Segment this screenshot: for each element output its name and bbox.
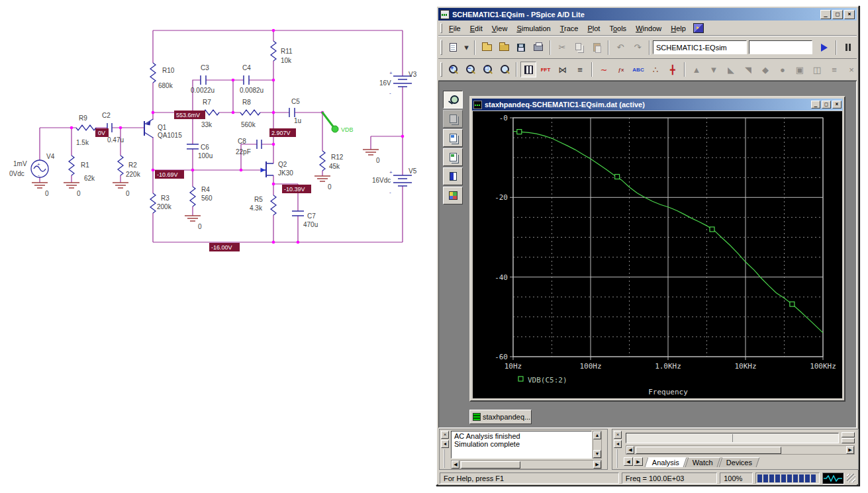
view-copy-pages-button[interactable] bbox=[443, 110, 463, 128]
view-circuit-file-button[interactable] bbox=[443, 167, 463, 185]
svg-text:V3: V3 bbox=[409, 71, 417, 78]
svg-text:R5: R5 bbox=[254, 196, 263, 203]
output-pane-collapse-icon[interactable]: ◂ bbox=[441, 440, 449, 448]
component-symbols[interactable] bbox=[31, 41, 412, 216]
schematic-canvas[interactable]: VDB R91.5k C20.47u R162k R2220k V4 1mV0V… bbox=[0, 0, 436, 493]
pspice-menu-icon[interactable] bbox=[693, 23, 704, 33]
simulation-profile-combo[interactable]: SCHEMATIC1-EQsim bbox=[653, 40, 747, 54]
svg-text:Q2: Q2 bbox=[278, 161, 287, 168]
resistor-R9 bbox=[76, 125, 96, 130]
plot-maximize-button[interactable]: □ bbox=[822, 101, 831, 109]
svg-text:560: 560 bbox=[201, 195, 213, 202]
pane-grip[interactable] bbox=[444, 449, 450, 468]
svg-text:100Hz: 100Hz bbox=[579, 362, 601, 371]
plot-close-button[interactable]: × bbox=[832, 101, 842, 109]
print-button[interactable] bbox=[530, 40, 546, 56]
svg-text:4.3k: 4.3k bbox=[250, 204, 263, 212]
analysis-pane-close-icon[interactable]: × bbox=[614, 431, 622, 439]
pane-split-icon[interactable] bbox=[842, 432, 855, 443]
menu-tools[interactable]: Tools bbox=[604, 23, 631, 34]
scroll-up-icon[interactable]: ▲ bbox=[593, 431, 601, 439]
svg-text:R4: R4 bbox=[201, 186, 210, 193]
paste-button bbox=[589, 40, 604, 56]
add-trace-button[interactable]: ∼ bbox=[596, 62, 612, 77]
view-simulation-queue-button[interactable] bbox=[443, 187, 463, 204]
save-file-icon bbox=[517, 44, 525, 52]
scroll-left-icon[interactable]: ◀ bbox=[452, 461, 459, 469]
zoom-fit-button[interactable] bbox=[497, 62, 512, 77]
close-button[interactable]: × bbox=[844, 10, 855, 19]
svg-text:-20: -20 bbox=[495, 193, 508, 202]
toggle-cursor-button[interactable]: ╋ bbox=[665, 62, 681, 77]
new-dropdown-button[interactable]: ▾ bbox=[462, 40, 471, 56]
pause-simulation-button[interactable] bbox=[840, 40, 856, 56]
menu-view[interactable]: View bbox=[487, 23, 512, 34]
file-toolbar: ▾✂↶↷ SCHEMATIC1-EQsim bbox=[438, 36, 857, 59]
view-simulation-queue-icon bbox=[449, 191, 458, 200]
scroll-right-icon[interactable]: ▶ bbox=[846, 446, 854, 454]
view-simulation-output-button[interactable] bbox=[443, 148, 463, 166]
output-vscrollbar[interactable]: ▲ ▼ bbox=[593, 431, 602, 459]
performance-analysis-button[interactable]: ⋈ bbox=[555, 62, 571, 77]
analysis-pane-collapse-icon[interactable]: ◂ bbox=[614, 440, 622, 448]
open-file-button[interactable] bbox=[479, 40, 495, 56]
view-copy-pages-icon bbox=[450, 114, 457, 123]
mark-data-points-button[interactable]: ∴ bbox=[648, 62, 663, 77]
tab-analysis[interactable]: Analysis bbox=[645, 457, 687, 467]
menu-help[interactable]: Help bbox=[666, 23, 691, 34]
scroll-left-icon[interactable]: ◀ bbox=[626, 446, 634, 454]
tab-scroll-left-icon[interactable]: ◀ bbox=[624, 457, 633, 466]
menu-trace[interactable]: Trace bbox=[555, 23, 583, 34]
analysis-hscrollbar[interactable]: ◀ ▶ bbox=[626, 445, 855, 455]
maximize-button[interactable]: □ bbox=[832, 10, 843, 19]
svg-text:-: - bbox=[38, 172, 40, 178]
scroll-thumb[interactable] bbox=[636, 447, 781, 454]
output-hscrollbar[interactable]: ◀ ▶ bbox=[451, 460, 602, 469]
scroll-down-icon[interactable]: ▼ bbox=[593, 450, 601, 458]
view-simulation-results-button[interactable] bbox=[443, 91, 463, 109]
tab-scroll-right-icon[interactable]: ▶ bbox=[634, 457, 643, 466]
zoom-area-button[interactable]: □ bbox=[479, 62, 495, 77]
menu-plot[interactable]: Plot bbox=[583, 23, 604, 34]
fourier-fft-button[interactable]: FFT bbox=[538, 62, 554, 77]
resistor-R3 bbox=[150, 193, 156, 213]
run-simulation-button[interactable] bbox=[816, 40, 832, 56]
zoom-in-button[interactable]: + bbox=[445, 62, 461, 77]
output-pane-close-icon[interactable]: × bbox=[441, 431, 449, 439]
svg-text:R9: R9 bbox=[79, 114, 87, 122]
view-simulation-results-icon bbox=[448, 94, 459, 105]
document-tab[interactable]: staxhpandeq... bbox=[469, 410, 532, 424]
plot-minimize-button[interactable]: _ bbox=[811, 101, 820, 109]
plot-title-bar[interactable]: staxhpandeq-SCHEMATIC1-EQsim.dat (active… bbox=[472, 99, 843, 111]
resize-grip[interactable] bbox=[847, 474, 855, 482]
svg-text:1.5k: 1.5k bbox=[76, 139, 89, 146]
secondary-combo[interactable] bbox=[749, 40, 812, 54]
menu-edit[interactable]: Edit bbox=[465, 23, 487, 34]
menu-simulation[interactable]: Simulation bbox=[512, 23, 555, 34]
alternate-display-button[interactable]: ≡ bbox=[572, 62, 588, 77]
scroll-right-icon[interactable]: ▶ bbox=[593, 461, 601, 469]
tab-watch[interactable]: Watch bbox=[685, 457, 721, 467]
view-output-file-button[interactable] bbox=[443, 129, 463, 147]
save-file-button[interactable] bbox=[513, 40, 529, 56]
zoom-out-icon: − bbox=[465, 64, 475, 75]
add-text-label-button[interactable]: ABC bbox=[630, 62, 646, 77]
pane-grip[interactable] bbox=[616, 449, 622, 468]
probe-plot-window[interactable]: staxhpandeq-SCHEMATIC1-EQsim.dat (active… bbox=[469, 96, 845, 402]
resistor-R5 bbox=[271, 195, 276, 215]
simulation-view-toolbar bbox=[443, 91, 464, 204]
svg-text:V5: V5 bbox=[409, 167, 417, 175]
zoom-out-button[interactable]: − bbox=[462, 62, 478, 77]
append-waveform-button[interactable] bbox=[496, 40, 512, 56]
log-x-axis-button[interactable] bbox=[520, 62, 536, 77]
vdb-probe[interactable]: VDB bbox=[322, 112, 354, 133]
plot-area[interactable]: 10Hz100Hz1.0KHz10KHz100KHz-0-20-40-60VDB… bbox=[473, 111, 842, 398]
menu-window[interactable]: Window bbox=[631, 23, 666, 34]
menu-file[interactable]: File bbox=[444, 23, 465, 34]
evaluate-measurement-button[interactable]: ƒx bbox=[613, 62, 629, 77]
new-simulation-button[interactable] bbox=[445, 40, 461, 56]
tab-devices[interactable]: Devices bbox=[718, 457, 759, 467]
scroll-thumb[interactable] bbox=[461, 461, 520, 469]
minimize-button[interactable]: _ bbox=[820, 10, 831, 19]
title-bar[interactable]: SCHEMATIC1-EQsim - PSpice A/D Lite _ □ × bbox=[438, 8, 857, 21]
